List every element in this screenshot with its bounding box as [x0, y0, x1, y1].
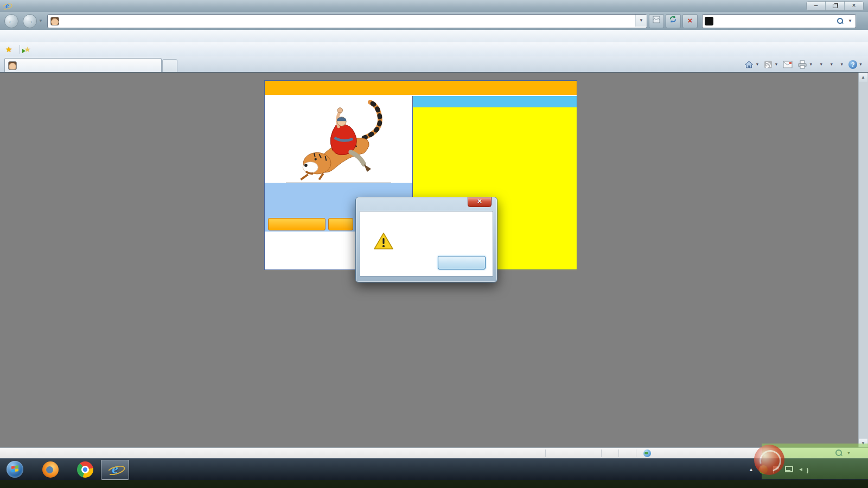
- zoom-dropdown-icon[interactable]: ▼: [847, 451, 851, 455]
- vertical-scrollbar[interactable]: ▲ ▼: [858, 73, 868, 448]
- taskbar-chrome-icon[interactable]: [77, 461, 93, 478]
- scroll-up-icon[interactable]: ▲: [859, 73, 867, 82]
- tab-row: ▼ ▼ ▼ ▼ ▼ ▼ ?▼: [0, 56, 868, 73]
- taskbar-firefox-icon[interactable]: [42, 461, 59, 478]
- ok-button[interactable]: [438, 256, 486, 269]
- bet-inputs-row: [265, 183, 412, 195]
- refresh-icon: [669, 15, 677, 23]
- history-dropdown-icon[interactable]: ▼: [39, 18, 43, 23]
- printer-icon: [797, 60, 807, 69]
- home-icon: [744, 60, 754, 69]
- home-button[interactable]: ▼: [744, 60, 759, 69]
- dialog-close-button[interactable]: ✕: [468, 197, 492, 207]
- forward-button[interactable]: →: [23, 14, 37, 28]
- internet-zone-icon: [643, 450, 651, 457]
- stop-button[interactable]: ×: [682, 14, 698, 28]
- system-tray: ▲: [749, 459, 807, 480]
- ie-logo-icon: e: [3, 2, 11, 10]
- feeds-button[interactable]: ▼: [764, 60, 778, 69]
- play-button[interactable]: [268, 218, 326, 230]
- back-button[interactable]: ←: [4, 14, 18, 28]
- help-button[interactable]: ?▼: [848, 60, 863, 69]
- divider: [20, 45, 20, 54]
- mail-icon: [783, 61, 793, 68]
- window-controls: – ×: [806, 1, 864, 11]
- favorites-bar: ★ ★: [0, 42, 868, 57]
- refresh-button[interactable]: [666, 14, 681, 28]
- double-button[interactable]: [328, 218, 353, 230]
- antivirus-tray-icon[interactable]: [759, 465, 768, 474]
- search-dropdown-icon[interactable]: ▼: [848, 18, 852, 23]
- warning-icon: [373, 232, 394, 251]
- taskbar-ie-active[interactable]: e: [101, 460, 129, 480]
- page-viewport: ✕ ▲ ▼: [0, 72, 868, 448]
- search-input[interactable]: [717, 16, 837, 25]
- game-header: [265, 81, 577, 96]
- dialog-body: [360, 211, 493, 277]
- scroll-down-icon[interactable]: ▼: [859, 439, 867, 448]
- restore-button[interactable]: [826, 2, 845, 10]
- tab-sorpack-tiger[interactable]: [4, 58, 162, 72]
- navigation-bar: ← → ▼ ▼ × ▼: [0, 12, 868, 30]
- board-right-column: [391, 96, 412, 183]
- network-icon[interactable]: [785, 466, 794, 473]
- windows-flag-icon: [11, 465, 18, 473]
- zoom-control[interactable]: ▼: [835, 450, 851, 457]
- taskbar: e ▲: [0, 458, 868, 480]
- tab-favicon: [8, 61, 17, 70]
- zoom-icon: [835, 450, 843, 457]
- message-dialog: ✕: [355, 197, 497, 282]
- search-icon[interactable]: [837, 18, 844, 24]
- print-button[interactable]: ▼: [797, 60, 813, 69]
- new-tab-button[interactable]: [162, 59, 177, 73]
- address-dropdown-icon[interactable]: ▼: [635, 15, 647, 27]
- add-favorite-icon[interactable]: ★: [24, 45, 31, 54]
- tools-menu[interactable]: ▼: [838, 62, 844, 66]
- rss-icon: [764, 60, 773, 69]
- board-left-column: [265, 96, 286, 183]
- show-hidden-icons[interactable]: ▲: [749, 467, 754, 472]
- volume-icon[interactable]: [799, 466, 807, 473]
- start-button[interactable]: [7, 461, 23, 478]
- search-box[interactable]: ▼: [702, 14, 856, 28]
- menu-bar: [0, 30, 868, 43]
- favorites-star-icon: ★: [5, 45, 12, 54]
- action-center-icon[interactable]: [773, 466, 780, 473]
- search-provider-icon: [705, 17, 713, 25]
- address-bar[interactable]: ▼: [47, 14, 647, 28]
- minimize-button[interactable]: –: [807, 2, 826, 10]
- page-menu[interactable]: ▼: [818, 62, 823, 66]
- command-bar: ▼ ▼ ▼ ▼ ▼ ▼ ?▼: [739, 56, 863, 72]
- ie-icon: e: [108, 462, 122, 476]
- window-titlebar: e – ×: [0, 0, 868, 12]
- status-bar: ▼: [0, 447, 868, 459]
- tiger-rider-image: [286, 96, 391, 183]
- close-button[interactable]: ×: [845, 2, 863, 10]
- read-mail-button[interactable]: [783, 61, 793, 68]
- site-favicon: [50, 17, 59, 25]
- compatibility-icon: [653, 16, 660, 23]
- winners-panel-title: [413, 96, 577, 107]
- screen: e – × ← → ▼ ▼ × ▼: [0, 0, 868, 488]
- safety-menu[interactable]: ▼: [828, 62, 833, 66]
- compatibility-view-button[interactable]: [649, 14, 664, 28]
- help-icon: ?: [848, 60, 857, 69]
